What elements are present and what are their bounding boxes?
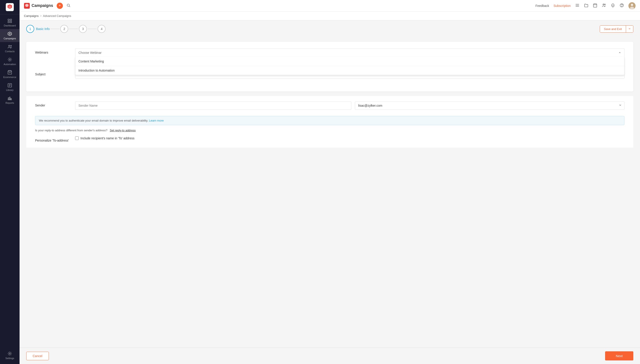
sidebar-item-label: Dashboard <box>4 24 16 27</box>
personalize-checkbox[interactable] <box>75 136 79 140</box>
add-campaign-button[interactable]: + <box>57 3 63 9</box>
subject-label: Subject <box>35 70 71 76</box>
step-2-circle[interactable]: 2 <box>60 25 68 33</box>
webinar-dropdown-list: Content Marketing Introduction to Automa… <box>75 57 624 75</box>
search-icon[interactable] <box>66 3 70 8</box>
step-3-circle[interactable]: 3 <box>79 25 87 33</box>
step-navigation: 1 Basic Info 2 3 <box>26 25 106 33</box>
svg-rect-3 <box>8 21 9 23</box>
personalize-label: Personalize 'To-address' <box>35 136 71 142</box>
content-area: Campaigns > Advanced Campaigns 1 Basic I… <box>20 12 640 364</box>
sidebar-item-dashboard[interactable]: Dashboard <box>0 16 20 29</box>
folder-icon[interactable] <box>584 3 588 8</box>
step-1-label: Basic Info <box>36 27 50 31</box>
svg-point-12 <box>67 4 70 6</box>
set-reply-to-link[interactable]: Set reply-to address <box>110 129 136 132</box>
ecommerce-icon <box>7 70 12 75</box>
personalize-checkbox-label[interactable]: Include recipient's name in 'To' address <box>75 136 134 140</box>
step-3-item[interactable]: 3 <box>79 25 87 33</box>
step-connector-3-4 <box>88 29 97 29</box>
step-1-circle[interactable]: 1 <box>26 25 34 33</box>
svg-point-10 <box>9 353 10 354</box>
webinar-row: Webinars Choose Webinar Con <box>35 48 624 57</box>
chevron-up-icon <box>618 51 621 54</box>
help-icon[interactable] <box>620 3 624 8</box>
calendar-icon[interactable] <box>593 3 597 8</box>
webinar-label: Webinars <box>35 48 71 54</box>
webinar-option-intro-automation[interactable]: Introduction to Automation <box>75 66 624 75</box>
bottom-bar: Cancel Next <box>20 348 640 364</box>
svg-rect-16 <box>594 4 597 7</box>
library-icon <box>7 83 12 88</box>
sidebar-item-library[interactable]: Library <box>0 81 20 94</box>
svg-point-6 <box>9 45 10 47</box>
breadcrumb: Campaigns > Advanced Campaigns <box>20 12 640 20</box>
sender-label: Sender <box>35 101 71 107</box>
personalize-row: Personalize 'To-address' Include recipie… <box>35 136 624 142</box>
svg-point-8 <box>9 59 10 60</box>
svg-rect-4 <box>10 21 12 23</box>
breadcrumb-separator: > <box>40 14 42 18</box>
svg-point-22 <box>631 4 633 6</box>
step-4-item[interactable]: 4 <box>98 25 106 33</box>
save-exit-button-group: Save and Exit <box>600 25 633 33</box>
svg-point-18 <box>604 4 605 5</box>
sidebar-item-label: Reports <box>6 102 14 104</box>
subscription-link[interactable]: Subscription <box>554 4 571 8</box>
sidebar-item-automation[interactable]: Automation <box>0 55 20 68</box>
sidebar-item-label: Automation <box>4 63 16 66</box>
sender-row: Sender lisac@zylker.com <box>35 101 624 110</box>
avatar-icon <box>628 2 636 9</box>
sidebar-logo <box>0 0 20 14</box>
personalize-checkbox-wrapper: Include recipient's name in 'To' address <box>75 136 134 140</box>
sidebar-item-contacts[interactable]: Contacts <box>0 42 20 55</box>
webinar-option-content-marketing[interactable]: Content Marketing <box>75 57 624 66</box>
auth-notice: We recommend you to authenticate your em… <box>35 116 624 125</box>
sender-email-select[interactable]: lisac@zylker.com <box>355 101 624 110</box>
notifications-icon[interactable] <box>611 3 615 8</box>
breadcrumb-current: Advanced Campaigns <box>43 14 71 18</box>
list-view-icon[interactable] <box>575 3 580 8</box>
sidebar-item-label: Ecommerce <box>3 76 16 78</box>
chevron-down-icon <box>628 27 631 30</box>
svg-rect-2 <box>10 19 12 20</box>
people-icon[interactable] <box>602 3 606 8</box>
main-content: Campaigns + Feedback Subscription <box>20 0 640 364</box>
step-connector-1-2 <box>50 29 59 29</box>
step-2-item[interactable]: 2 <box>60 25 68 33</box>
breadcrumb-parent-link[interactable]: Campaigns <box>24 14 39 18</box>
save-exit-dropdown-button[interactable] <box>626 26 633 32</box>
learn-more-link[interactable]: Learn more <box>149 119 164 122</box>
sidebar: Dashboard Campaigns Contacts <box>0 0 20 364</box>
step-4-circle[interactable]: 4 <box>98 25 106 33</box>
cancel-button[interactable]: Cancel <box>26 352 49 360</box>
sender-name-input[interactable] <box>75 101 351 110</box>
form-container: Webinars Choose Webinar Con <box>20 37 640 348</box>
settings-icon <box>7 351 12 356</box>
sidebar-item-label: Campaigns <box>4 37 16 40</box>
app-title: Campaigns <box>24 3 53 9</box>
save-exit-button[interactable]: Save and Exit <box>600 26 626 32</box>
svg-point-20 <box>622 6 622 6</box>
sender-section: Sender lisac@zylker.com <box>26 96 633 148</box>
user-avatar[interactable] <box>628 2 636 9</box>
sidebar-item-settings[interactable]: Settings <box>0 349 20 362</box>
sidebar-item-label: Library <box>6 89 14 91</box>
dashboard-icon <box>7 18 12 23</box>
svg-point-7 <box>10 45 12 46</box>
sidebar-navigation: Dashboard Campaigns Contacts <box>0 14 20 349</box>
sidebar-item-reports[interactable]: Reports <box>0 94 20 106</box>
sidebar-item-campaigns[interactable]: Campaigns <box>0 29 20 42</box>
sidebar-bottom-item-label: Settings <box>5 357 14 360</box>
sender-email-wrapper: lisac@zylker.com <box>355 101 624 110</box>
sidebar-item-ecommerce[interactable]: Ecommerce <box>0 68 20 81</box>
sidebar-bottom: Settings <box>0 349 20 364</box>
sender-inputs: lisac@zylker.com <box>75 101 624 110</box>
webinar-dropdown-trigger[interactable]: Choose Webinar <box>75 48 624 57</box>
svg-point-5 <box>9 33 10 34</box>
next-button[interactable]: Next <box>605 351 633 360</box>
topbar-logo-icon <box>24 3 30 9</box>
feedback-link[interactable]: Feedback <box>535 4 549 8</box>
webinar-dropdown-container: Choose Webinar Content Marketing <box>75 48 624 57</box>
step-1-item[interactable]: 1 Basic Info <box>26 25 50 33</box>
